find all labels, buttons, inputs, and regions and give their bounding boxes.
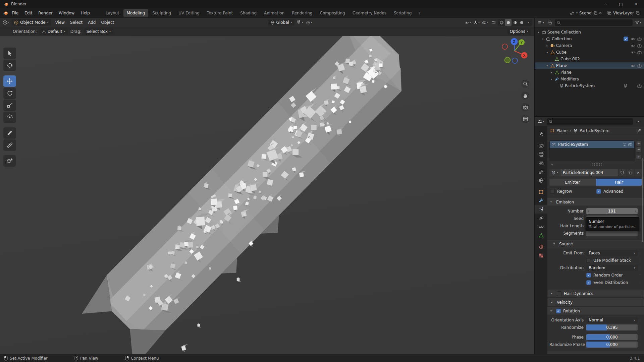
unlink-button[interactable]: ✕ [635, 169, 642, 176]
tool-transform-button[interactable] [3, 112, 16, 123]
tool-add-cube-button[interactable] [3, 155, 16, 167]
dropdown-emit-from[interactable]: Faces▾ [586, 250, 638, 256]
outliner-display-mode-button[interactable] [546, 19, 553, 26]
properties-tab-tool[interactable] [535, 130, 547, 138]
expander-icon[interactable]: ▸ [545, 44, 549, 47]
expander-icon[interactable]: ▾ [541, 38, 545, 41]
workspace-tab-scripting[interactable]: Scripting [390, 9, 415, 17]
properties-options-button[interactable]: ▾ [635, 118, 642, 125]
checkbox-even-distribution[interactable]: ✓Even Distribution [586, 280, 638, 285]
unlink-scene-icon[interactable]: ✕ [599, 11, 602, 15]
dropdown-distribution[interactable]: Random▾ [586, 265, 638, 271]
shading-material-button[interactable] [512, 19, 518, 26]
panel-header-hair-dynamics[interactable]: ▸Hair Dynamics [548, 290, 644, 298]
zoom-button[interactable] [521, 80, 529, 88]
menu-file[interactable]: File [9, 9, 21, 17]
mode-dropdown[interactable]: Object Mode ▾ [12, 19, 51, 26]
viewport-canvas[interactable]: Z Y X [0, 36, 534, 354]
animate-dot[interactable] [638, 252, 642, 254]
checkbox-regrow[interactable]: Regrow [549, 188, 596, 195]
tool-rotate-button[interactable] [3, 87, 16, 99]
photocam-toggle-icon[interactable] [637, 37, 642, 41]
expander-icon[interactable]: ▾ [550, 78, 553, 81]
pan-button[interactable] [521, 92, 529, 100]
slider-phase[interactable]: 0.000 [586, 334, 638, 340]
menu-render[interactable]: Render [35, 9, 56, 17]
slot-remove-button[interactable]: − [636, 147, 642, 153]
xray-toggle[interactable] [490, 19, 497, 26]
checkbox[interactable]: ✓ [556, 309, 561, 313]
breadcrumb-data[interactable]: ParticleSystem [580, 128, 609, 133]
eye-toggle-icon[interactable] [631, 44, 635, 48]
workspace-tab-modeling[interactable]: Modeling [123, 9, 149, 17]
gizmo-neg-x-axis[interactable] [502, 44, 507, 49]
proportional-editing-button[interactable]: ▾ [305, 19, 313, 26]
eye-toggle-icon[interactable] [631, 37, 635, 41]
workspace-tab-layout[interactable]: Layout [102, 9, 123, 17]
checkbox-advanced[interactable]: ✓Advanced [596, 188, 642, 195]
expander-icon[interactable]: ▾ [550, 71, 553, 74]
eye-toggle-icon[interactable] [631, 64, 635, 68]
gizmos-button[interactable]: ▾ [473, 19, 480, 26]
copy-icon[interactable] [593, 11, 597, 15]
checkbox-use-modifier-stack[interactable]: Use Modifier Stack [586, 258, 638, 263]
expander-icon[interactable]: ▾ [545, 51, 549, 54]
menu-help[interactable]: Help [77, 9, 93, 17]
checkbox[interactable]: ✓ [586, 280, 591, 285]
animate-dot[interactable] [638, 319, 642, 321]
editor-type-properties-button[interactable]: ▾ [537, 118, 545, 125]
checkbox[interactable] [550, 189, 555, 194]
viewport-menu-view[interactable]: View [53, 19, 67, 26]
new-copy-button[interactable] [627, 169, 634, 176]
panel-header-emission[interactable]: ▾Emission [547, 198, 644, 206]
grid-button[interactable] [521, 115, 529, 123]
animate-dot[interactable] [638, 267, 642, 269]
shading-rendered-button[interactable] [518, 19, 525, 26]
tool-annotate-button[interactable] [3, 127, 16, 139]
menu-window[interactable]: Window [56, 9, 77, 17]
photocam-toggle-icon[interactable] [637, 44, 642, 48]
close-button[interactable]: ✕ [629, 0, 644, 8]
scene-selector[interactable]: ▾ Scene ✕ [568, 10, 603, 16]
properties-tab-modifiers[interactable] [535, 196, 547, 205]
drag-dropdown[interactable]: Select Box ▾ [84, 28, 113, 35]
editor-type-outliner-button[interactable]: ▾ [537, 19, 545, 26]
tool-tweak-select-button[interactable] [3, 48, 16, 59]
menu-edit[interactable]: Edit [21, 9, 35, 17]
visibility-button[interactable]: ▾ [464, 19, 472, 26]
decrement-arrow[interactable]: ‹ [586, 208, 590, 214]
number-field-number[interactable]: ‹191› [586, 208, 638, 214]
overlays-button[interactable]: ▾ [481, 19, 489, 26]
viewport-menu-add[interactable]: Add [85, 19, 98, 26]
viewport-menu-object[interactable]: Object [98, 19, 117, 26]
settings-name-field[interactable]: ParticleSettings.004 [560, 169, 618, 176]
workspace-tab-compositing[interactable]: Compositing [316, 9, 348, 17]
slot-add-button[interactable]: + [636, 140, 642, 146]
outliner-row-particlesystem[interactable]: ParticleSystem [535, 82, 644, 89]
fake-user-button[interactable] [619, 169, 626, 176]
viewport-menu-select[interactable]: Select [67, 19, 85, 26]
workspace-tab-rendering[interactable]: Rendering [288, 9, 316, 17]
properties-tab-world[interactable] [535, 176, 547, 185]
pin-icon[interactable] [637, 128, 641, 133]
workspace-tab-sculpting[interactable]: Sculpting [149, 9, 174, 17]
outliner-row-camera[interactable]: ▸ Camera [535, 42, 644, 49]
expander-icon[interactable]: ▾ [537, 31, 540, 34]
properties-tab-output[interactable] [535, 150, 547, 159]
properties-tab-object[interactable] [535, 187, 547, 196]
number-field-segments[interactable] [586, 230, 638, 236]
photocam-toggle-icon[interactable] [637, 84, 642, 88]
properties-tab-physics[interactable] [535, 214, 547, 222]
copy-icon[interactable] [636, 11, 640, 15]
outliner-row-cube[interactable]: ▾ Cube [535, 49, 644, 56]
properties-tab-texture[interactable] [535, 251, 547, 260]
photocam-toggle-icon[interactable] [637, 64, 642, 68]
slider-randomize[interactable]: 0.395 [586, 324, 638, 330]
orientation-dropdown[interactable]: Default ▾ [40, 28, 68, 35]
animate-dot[interactable] [638, 337, 642, 338]
slider-randomize-phase[interactable]: 0.000 [586, 342, 638, 348]
properties-search-input[interactable] [547, 118, 633, 125]
animate-dot[interactable] [638, 344, 642, 346]
snap-toggle[interactable]: ▾ [296, 19, 304, 26]
animate-dot[interactable] [638, 260, 642, 261]
